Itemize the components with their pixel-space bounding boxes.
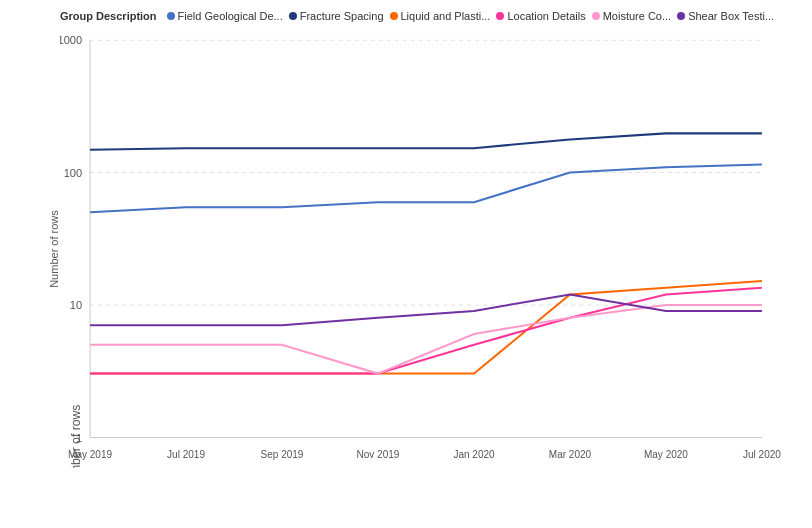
- svg-text:100: 100: [64, 167, 82, 179]
- svg-text:May 2020: May 2020: [644, 449, 688, 460]
- legend-dot-1: [289, 12, 297, 20]
- legend: Group Description Field Geological De...…: [60, 10, 792, 22]
- y-axis-label: Number of rows: [48, 210, 60, 288]
- legend-item-3: Location Details: [496, 10, 585, 22]
- line-shear-box: [90, 294, 762, 325]
- svg-text:Mar 2020: Mar 2020: [549, 449, 592, 460]
- legend-label-1: Fracture Spacing: [300, 10, 384, 22]
- legend-dot-3: [496, 12, 504, 20]
- svg-text:Number of rows: Number of rows: [69, 405, 83, 468]
- svg-text:Sep 2019: Sep 2019: [261, 449, 304, 460]
- legend-item-4: Moisture Co...: [592, 10, 671, 22]
- legend-item-1: Fracture Spacing: [289, 10, 384, 22]
- main-chart: 1000 100 10 1 May 2019 Jul 2019 Sep 2019…: [60, 30, 792, 468]
- legend-label-4: Moisture Co...: [603, 10, 671, 22]
- svg-text:Jul 2020: Jul 2020: [743, 449, 781, 460]
- legend-group-label: Group Description: [60, 10, 157, 22]
- svg-text:Date: Date: [413, 467, 439, 468]
- legend-item-0: Field Geological De...: [167, 10, 283, 22]
- legend-item-2: Liquid and Plasti...: [390, 10, 491, 22]
- svg-text:1000: 1000: [60, 34, 82, 46]
- line-fracture-spacing: [90, 133, 762, 149]
- legend-label-0: Field Geological De...: [178, 10, 283, 22]
- legend-label-3: Location Details: [507, 10, 585, 22]
- legend-label-5: Shear Box Testi...: [688, 10, 774, 22]
- legend-dot-2: [390, 12, 398, 20]
- svg-text:Jul 2019: Jul 2019: [167, 449, 205, 460]
- line-location-details: [90, 288, 762, 374]
- legend-label-2: Liquid and Plasti...: [401, 10, 491, 22]
- chart-area: Number of rows 1000 100 10 1 May 2019 Ju…: [60, 30, 792, 468]
- svg-text:Nov 2019: Nov 2019: [357, 449, 400, 460]
- legend-item-5: Shear Box Testi...: [677, 10, 774, 22]
- chart-container: Group Description Field Geological De...…: [0, 0, 812, 528]
- legend-dot-5: [677, 12, 685, 20]
- svg-text:Jan 2020: Jan 2020: [453, 449, 495, 460]
- svg-text:10: 10: [70, 299, 82, 311]
- legend-dot-4: [592, 12, 600, 20]
- line-field-geological: [90, 164, 762, 212]
- legend-dot-0: [167, 12, 175, 20]
